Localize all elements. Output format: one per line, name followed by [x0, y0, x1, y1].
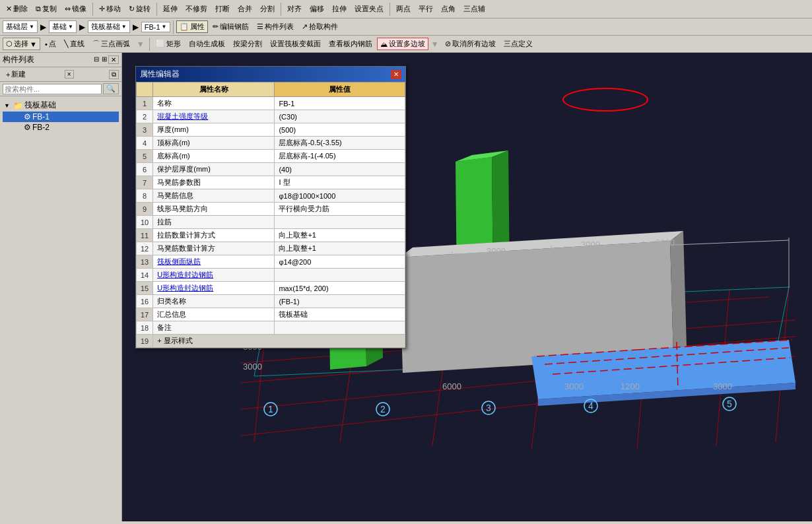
offset-btn[interactable]: 偏移: [306, 3, 327, 15]
type-dropdown[interactable]: 筏板基础 ▼: [88, 20, 130, 33]
svg-line-34: [637, 340, 792, 350]
dropdown-arrow4: ▼: [162, 24, 167, 30]
svg-line-16: [413, 302, 419, 370]
autoslab-btn[interactable]: 自动生成板: [186, 38, 228, 50]
prop-row-value-6[interactable]: I 型: [275, 176, 405, 189]
parallel-btn[interactable]: 平行: [415, 3, 436, 15]
search-input[interactable]: [3, 84, 102, 94]
notrim-btn[interactable]: 不修剪: [182, 3, 211, 15]
properties-btn[interactable]: 📋 属性: [176, 20, 208, 33]
align-btn[interactable]: 对齐: [284, 3, 305, 15]
stretch-btn[interactable]: 拉伸: [329, 3, 350, 15]
select-btn[interactable]: ⬡ 选择 ▼: [3, 38, 40, 50]
prop-row-value-12[interactable]: φ14@200: [275, 255, 405, 269]
delete-btn[interactable]: ✕ 删除: [3, 3, 31, 15]
svg-point-63: [482, 401, 495, 414]
prop-row-value-17[interactable]: [275, 321, 405, 335]
split-btn[interactable]: 分割: [257, 3, 278, 15]
svg-text:1: 1: [268, 404, 273, 414]
twopoint-btn[interactable]: 两点: [393, 3, 414, 15]
svg-text:5: 5: [727, 399, 732, 409]
prop-close-btn[interactable]: ✕: [391, 70, 401, 79]
point-btn[interactable]: • 点: [42, 38, 59, 50]
prop-row-value-16[interactable]: 筏板基础: [275, 308, 405, 321]
tree-node-root[interactable]: ▼ 📁 筏板基础: [3, 99, 119, 112]
svg-line-14: [254, 353, 776, 376]
mirror-btn[interactable]: ⇔ 镜像: [61, 3, 90, 15]
floor-dropdown[interactable]: 基础层 ▼: [3, 20, 38, 33]
expand-root[interactable]: ▼: [4, 102, 12, 109]
prop-row-value-8[interactable]: 平行横向受力筋: [275, 203, 405, 216]
prop-row-value-13[interactable]: [275, 269, 405, 282]
prop-row-value-2[interactable]: (500): [275, 123, 405, 137]
arc-btn[interactable]: ⌒ 三点画弧: [89, 38, 133, 50]
pick-component-btn[interactable]: ↗ 拾取构件: [298, 20, 341, 33]
prop-row-num-16: 17: [137, 308, 153, 321]
edit-rebar-btn[interactable]: ✏ 编辑钢筋: [209, 20, 252, 33]
setgrip-btn[interactable]: 设置夹点: [351, 3, 387, 15]
prop-row-name-17: 备注: [153, 321, 275, 335]
svg-line-19: [776, 287, 789, 353]
svg-text:3: 3: [486, 403, 491, 413]
svg-line-4: [241, 376, 795, 436]
panel-toolbar: + 新建 × ⧉: [0, 67, 121, 82]
component-list-btn[interactable]: ☰ 构件列表: [254, 20, 297, 33]
svg-marker-30: [538, 383, 795, 406]
search-button[interactable]: 🔍: [103, 83, 119, 94]
copy-btn[interactable]: ⧉ 复制: [32, 3, 60, 15]
copy-component-btn[interactable]: ⧉: [109, 70, 119, 79]
prop-row-value-14[interactable]: max(15*d, 200): [275, 282, 405, 295]
prop-row-num-4: 5: [137, 150, 153, 163]
col-name: 属性名称: [153, 82, 275, 97]
col-num: [137, 82, 153, 97]
prop-row-num-10: 11: [137, 229, 153, 242]
tree-node-fb2[interactable]: ⚙ FB-2: [3, 122, 119, 133]
view-rebar-btn[interactable]: 查看板内钢筋: [325, 38, 376, 50]
svg-text:4: 4: [588, 401, 593, 411]
split-beam-btn[interactable]: 按梁分割: [230, 38, 265, 50]
dropdown-arrow1: ▼: [29, 24, 34, 30]
prop-row-value-1[interactable]: (C30): [275, 110, 405, 123]
prop-row-name-13[interactable]: U形构造封边钢筋: [153, 269, 275, 282]
svg-text:3000: 3000: [713, 381, 732, 391]
set-section-btn[interactable]: 设置筏板变截面: [267, 38, 324, 50]
prop-row-value-5[interactable]: (40): [275, 163, 405, 176]
prop-row-name-14[interactable]: U形构造封边钢筋: [153, 282, 275, 295]
prop-row-name-16: 汇总信息: [153, 308, 275, 321]
set-slope-btn[interactable]: ⛰ 设置多边坡: [377, 38, 428, 50]
prop-row-num-0: 1: [137, 97, 153, 110]
expand-fb1: [15, 114, 22, 120]
item-dropdown[interactable]: FB-1 ▼: [141, 22, 170, 32]
extend-btn[interactable]: 延伸: [160, 3, 181, 15]
move-btn[interactable]: ✛ 移动: [96, 3, 124, 15]
dropdown-arrow2: ▼: [68, 24, 73, 30]
rotate-btn[interactable]: ↻ 旋转: [125, 3, 154, 15]
prop-table: 属性名称 属性值 1名称FB-12混凝土强度等级(C30)3厚度(mm)(500…: [136, 82, 405, 348]
rect-btn[interactable]: ⬜ 矩形: [152, 38, 184, 50]
category-dropdown[interactable]: 基础 ▼: [49, 20, 77, 33]
prop-row-value-10[interactable]: 向上取整+1: [275, 229, 405, 242]
svg-marker-24: [456, 150, 508, 162]
cancel-slope-btn[interactable]: ⊘ 取消所有边坡: [442, 38, 499, 50]
three-define-btn[interactable]: 三点定义: [500, 38, 536, 50]
prop-row-value-7[interactable]: φ18@1000×1000: [275, 189, 405, 203]
break-btn[interactable]: 打断: [212, 3, 233, 15]
merge-btn[interactable]: 合并: [234, 3, 255, 15]
prop-row-value-0[interactable]: FB-1: [275, 97, 405, 110]
delete-component-btn[interactable]: ×: [65, 70, 74, 79]
prop-row-value-4[interactable]: 层底标高-1(-4.05): [275, 150, 405, 163]
prop-row-value-15[interactable]: (FB-1): [275, 295, 405, 308]
svg-line-11: [716, 289, 729, 445]
prop-row-value-3[interactable]: 层底标高-0.5(-3.55): [275, 137, 405, 150]
pointangle-btn[interactable]: 点角: [438, 3, 459, 15]
sep5: [173, 20, 174, 34]
tree-node-fb1[interactable]: ⚙ FB-1: [3, 112, 119, 122]
threepoint-btn[interactable]: 三点辅: [460, 3, 489, 15]
line-btn[interactable]: ╲ 直线: [61, 38, 88, 50]
prop-row-value-9[interactable]: [275, 216, 405, 229]
new-component-btn[interactable]: + 新建: [3, 69, 29, 80]
prop-row-name-12[interactable]: 筏板侧面纵筋: [153, 255, 275, 269]
prop-row-name-1[interactable]: 混凝土强度等级: [153, 110, 275, 123]
prop-row-value-11[interactable]: 向上取整+1: [275, 242, 405, 255]
close-panel-btn[interactable]: ✕: [108, 55, 119, 64]
